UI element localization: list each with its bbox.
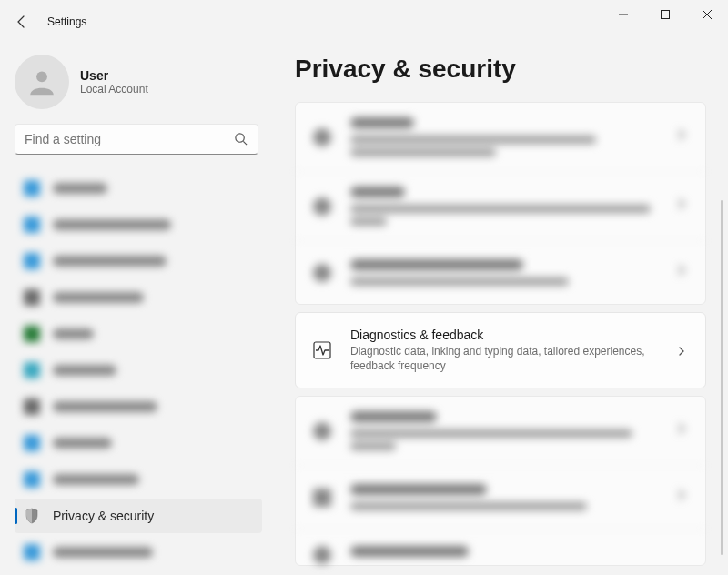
search-box[interactable] bbox=[15, 124, 258, 155]
setting-title: Diagnostics & feedback bbox=[350, 328, 667, 342]
close-button[interactable] bbox=[686, 0, 728, 29]
sidebar: User Local Account Privacy bbox=[0, 44, 273, 575]
maximize-button[interactable] bbox=[644, 0, 686, 29]
svg-point-3 bbox=[236, 134, 244, 142]
app-title: Settings bbox=[47, 15, 86, 28]
nav-item[interactable] bbox=[15, 462, 262, 497]
shield-icon bbox=[24, 508, 40, 524]
settings-group bbox=[295, 396, 706, 566]
main-content: Privacy & security bbox=[273, 44, 728, 575]
nav-item[interactable] bbox=[15, 389, 262, 424]
nav-item[interactable] bbox=[15, 353, 262, 388]
setting-row[interactable] bbox=[296, 240, 705, 304]
back-button[interactable] bbox=[4, 4, 40, 40]
setting-diagnostics-feedback[interactable]: Diagnostics & feedback Diagnostic data, … bbox=[296, 313, 705, 388]
username: User bbox=[80, 68, 148, 83]
user-block[interactable]: User Local Account bbox=[15, 51, 273, 124]
minimize-button[interactable] bbox=[602, 0, 644, 29]
nav-label: Privacy & security bbox=[53, 509, 154, 523]
svg-line-4 bbox=[243, 141, 247, 145]
nav-item-privacy-security[interactable]: Privacy & security bbox=[15, 499, 262, 533]
search-icon bbox=[234, 132, 248, 146]
nav-item[interactable] bbox=[15, 171, 262, 206]
scrollbar[interactable] bbox=[721, 200, 723, 555]
setting-row[interactable] bbox=[296, 529, 705, 565]
settings-group: Diagnostics & feedback Diagnostic data, … bbox=[295, 312, 706, 388]
diagnostics-icon bbox=[312, 340, 332, 360]
nav-item[interactable] bbox=[15, 426, 262, 460]
avatar bbox=[15, 55, 69, 109]
chevron-right-icon bbox=[676, 344, 689, 357]
page-title: Privacy & security bbox=[295, 55, 706, 84]
setting-row[interactable] bbox=[296, 103, 705, 171]
setting-subtitle: Diagnostic data, inking and typing data,… bbox=[350, 344, 667, 373]
search-input[interactable] bbox=[25, 132, 234, 146]
setting-row[interactable] bbox=[296, 397, 705, 465]
nav-item[interactable] bbox=[15, 280, 262, 315]
settings-group bbox=[295, 102, 706, 305]
nav-item[interactable] bbox=[15, 207, 262, 242]
nav-item[interactable] bbox=[15, 535, 262, 570]
setting-row[interactable] bbox=[296, 465, 705, 529]
nav-item[interactable] bbox=[15, 317, 262, 351]
svg-point-2 bbox=[36, 71, 47, 82]
nav-item[interactable] bbox=[15, 244, 262, 278]
svg-rect-1 bbox=[662, 11, 670, 19]
nav-list: Privacy & security bbox=[15, 169, 273, 575]
account-type: Local Account bbox=[80, 83, 148, 96]
setting-row[interactable] bbox=[296, 171, 705, 240]
